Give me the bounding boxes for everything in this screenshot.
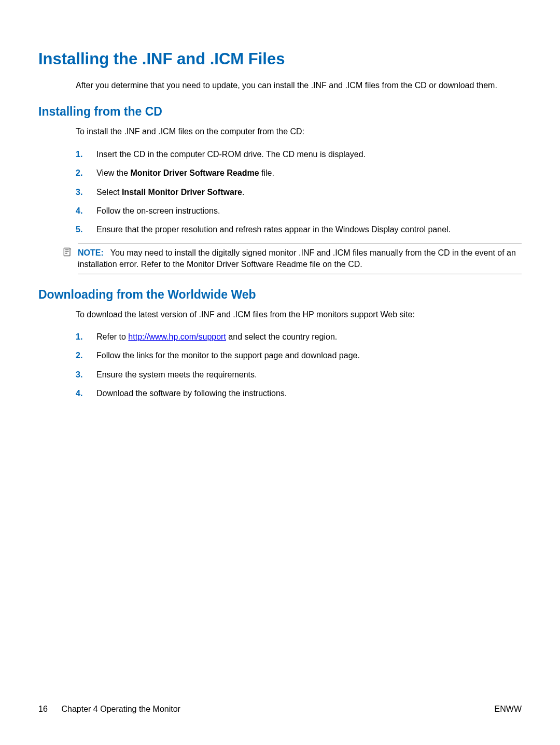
list-item: 4. Download the software by following th… — [76, 384, 522, 403]
page-footer: 16 Chapter 4 Operating the Monitor ENWW — [38, 705, 522, 714]
footer-right: ENWW — [495, 705, 522, 714]
section-heading-web: Downloading from the Worldwide Web — [38, 288, 522, 302]
list-text: Ensure that the proper resolution and re… — [96, 225, 451, 234]
list-text: Follow the on-screen instructions. — [96, 206, 220, 215]
list-number: 1. — [76, 331, 82, 343]
section1-lead: To install the .INF and .ICM files on th… — [76, 126, 522, 137]
list-item: 2. Follow the links for the monitor to t… — [76, 346, 522, 365]
bold-text: Install Monitor Driver Software — [122, 188, 242, 196]
list-item: 5. Ensure that the proper resolution and… — [76, 220, 522, 239]
list-text: and select the country region. — [226, 332, 337, 341]
list-number: 3. — [76, 187, 82, 198]
intro-paragraph: After you determine that you need to upd… — [76, 80, 522, 91]
section1-list: 1. Insert the CD in the computer CD-ROM … — [76, 145, 522, 240]
note-icon — [62, 247, 73, 259]
svg-rect-0 — [64, 248, 70, 256]
list-number: 4. — [76, 205, 82, 217]
document-page: Installing the .INF and .ICM Files After… — [0, 0, 560, 745]
note-text: You may need to install the digitally si… — [78, 248, 516, 269]
list-item: 3. Select Install Monitor Driver Softwar… — [76, 183, 522, 202]
list-number: 2. — [76, 350, 82, 361]
note-label: NOTE: — [78, 248, 104, 257]
page-title: Installing the .INF and .ICM Files — [38, 50, 522, 68]
chapter-label: Chapter 4 Operating the Monitor — [61, 705, 180, 713]
list-item: 3. Ensure the system meets the requireme… — [76, 366, 522, 384]
note-text — [106, 248, 110, 257]
list-item: 2. View the Monitor Driver Software Read… — [76, 164, 522, 182]
list-number: 2. — [76, 167, 82, 179]
section-heading-cd: Installing from the CD — [38, 105, 522, 119]
list-text: Select — [96, 188, 122, 196]
list-text: Follow the links for the monitor to the … — [96, 351, 360, 360]
section2-list: 1. Refer to http://www.hp.com/support an… — [76, 328, 522, 403]
list-item: 4. Follow the on-screen instructions. — [76, 202, 522, 220]
list-number: 1. — [76, 149, 82, 160]
support-link[interactable]: http://www.hp.com/support — [128, 332, 226, 341]
section2-lead: To download the latest version of .INF a… — [76, 309, 522, 320]
bold-text: Monitor Driver Software Readme — [131, 168, 259, 177]
list-number: 4. — [76, 388, 82, 399]
list-number: 3. — [76, 369, 82, 381]
note-content: NOTE: You may need to install the digita… — [78, 244, 522, 274]
list-text: Insert the CD in the computer CD-ROM dri… — [96, 150, 366, 159]
list-text: Ensure the system meets the requirements… — [96, 370, 257, 379]
list-number: 5. — [76, 224, 82, 235]
list-text: file. — [259, 168, 274, 177]
list-item: 1. Insert the CD in the computer CD-ROM … — [76, 145, 522, 164]
list-text: View the — [96, 168, 131, 177]
list-text: . — [242, 188, 244, 196]
note-block: NOTE: You may need to install the digita… — [62, 244, 522, 274]
list-text: Download the software by following the i… — [96, 389, 287, 398]
page-number: 16 — [38, 705, 48, 713]
list-text: Refer to — [96, 332, 128, 341]
list-item: 1. Refer to http://www.hp.com/support an… — [76, 328, 522, 346]
